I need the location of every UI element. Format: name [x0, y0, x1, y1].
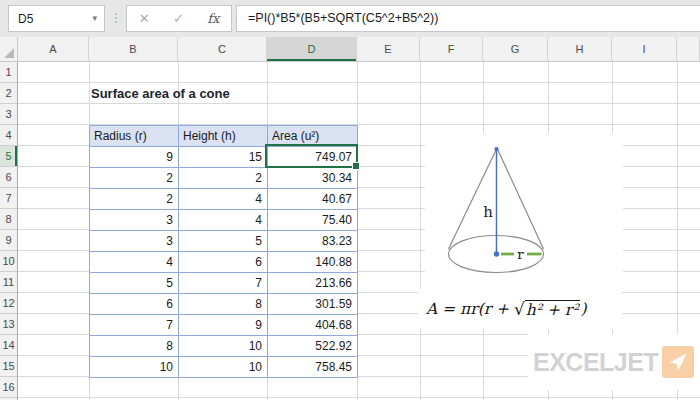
- formula-radicand: h² + r²: [525, 300, 581, 319]
- cell-b8[interactable]: 3: [90, 210, 179, 231]
- cell-d14[interactable]: 522.92: [268, 336, 358, 357]
- row-header-4[interactable]: 4: [0, 125, 17, 146]
- column-header-f[interactable]: F: [420, 37, 483, 61]
- cell-c12[interactable]: 8: [179, 294, 268, 315]
- row-header-15[interactable]: 15: [0, 356, 17, 377]
- cell-b7[interactable]: 2: [90, 189, 179, 210]
- cell-c7[interactable]: 4: [179, 189, 268, 210]
- cell-c5[interactable]: 15: [179, 147, 268, 168]
- row-headers: 1 2 3 4 5 6 7 8 9 10 11 12 13 14 15 16 1…: [0, 62, 18, 400]
- row-header-11[interactable]: 11: [0, 272, 17, 293]
- cell-d12[interactable]: 301.59: [268, 294, 358, 315]
- cell-c8[interactable]: 4: [179, 210, 268, 231]
- cell-c10[interactable]: 6: [179, 252, 268, 273]
- formula-button-panel: ✕ ✓ fx: [126, 5, 232, 32]
- radical-sign: √: [514, 299, 525, 319]
- row-header-10[interactable]: 10: [0, 251, 17, 272]
- formula-image[interactable]: A = πr(r + √h² + r²): [418, 289, 622, 329]
- cell-d5-selected[interactable]: 749.07: [268, 147, 358, 168]
- row-header-12[interactable]: 12: [0, 293, 17, 314]
- row-header-5[interactable]: 5: [0, 146, 17, 167]
- cell-c15[interactable]: 10: [179, 357, 268, 378]
- cell-d8[interactable]: 75.40: [268, 210, 358, 231]
- column-header-h[interactable]: H: [548, 37, 612, 61]
- row-header-7[interactable]: 7: [0, 188, 17, 209]
- radius-label: r: [517, 246, 524, 262]
- table-row: 2 4 40.67: [90, 189, 358, 210]
- row-header-1[interactable]: 1: [0, 62, 17, 83]
- cell-b5[interactable]: 9: [90, 147, 179, 168]
- column-header-d[interactable]: D: [267, 37, 357, 61]
- cell-d11[interactable]: 213.66: [268, 273, 358, 294]
- column-headers: A B C D E F G H I: [0, 37, 700, 62]
- column-header-a[interactable]: A: [18, 37, 89, 61]
- cancel-icon[interactable]: ✕: [139, 11, 150, 26]
- table-row: 2 2 30.34: [90, 168, 358, 189]
- cell-d13[interactable]: 404.68: [268, 315, 358, 336]
- row-header-14[interactable]: 14: [0, 335, 17, 356]
- row-header-3[interactable]: 3: [0, 104, 17, 125]
- cell-b14[interactable]: 8: [90, 336, 179, 357]
- table-row: 3 4 75.40: [90, 210, 358, 231]
- exceljet-logo-square: [662, 346, 694, 378]
- cell-b10[interactable]: 4: [90, 252, 179, 273]
- table-row: 10 10 758.45: [90, 357, 358, 378]
- cell-d15[interactable]: 758.45: [268, 357, 358, 378]
- cone-left-slant: [449, 148, 498, 249]
- cell-d7[interactable]: 40.67: [268, 189, 358, 210]
- column-header-c[interactable]: C: [178, 37, 267, 61]
- select-all-triangle-icon: [4, 48, 14, 58]
- header-cell-area[interactable]: Area (u²): [268, 126, 358, 147]
- insert-function-icon[interactable]: fx: [207, 11, 219, 26]
- table-row: 4 6 140.88: [90, 252, 358, 273]
- excel-window: D5 ▾ ⋮ ✕ ✓ fx =PI()*B5*(B5+SQRT(C5^2+B5^…: [0, 0, 700, 400]
- cell-c11[interactable]: 7: [179, 273, 268, 294]
- column-header-b[interactable]: B: [89, 37, 178, 61]
- table-row: 5 7 213.66: [90, 273, 358, 294]
- column-header-partial[interactable]: [677, 37, 700, 61]
- sheet-title: Surface area of a cone: [91, 83, 230, 104]
- cone-image[interactable]: h r: [425, 133, 623, 291]
- table-row: 9 15 749.07: [90, 147, 358, 168]
- select-all-button[interactable]: [0, 37, 18, 61]
- cell-c14[interactable]: 10: [179, 336, 268, 357]
- cell-b13[interactable]: 7: [90, 315, 179, 336]
- table-row: 6 8 301.59: [90, 294, 358, 315]
- cone-drawing: h r: [425, 133, 623, 291]
- exceljet-logo[interactable]: EXCELJET: [528, 334, 700, 390]
- formula-suffix: ): [580, 300, 586, 318]
- cell-c9[interactable]: 5: [179, 231, 268, 252]
- column-header-e[interactable]: E: [357, 37, 420, 61]
- cell-b6[interactable]: 2: [90, 168, 179, 189]
- formula-bar-input[interactable]: =PI()*B5*(B5+SQRT(C5^2+B5^2)): [236, 5, 700, 32]
- row-header-13[interactable]: 13: [0, 314, 17, 335]
- column-header-i[interactable]: I: [612, 37, 677, 61]
- cell-d10[interactable]: 140.88: [268, 252, 358, 273]
- enter-icon[interactable]: ✓: [173, 11, 184, 26]
- row-header-16[interactable]: 16: [0, 377, 17, 398]
- column-header-g[interactable]: G: [483, 37, 548, 61]
- row-header-8[interactable]: 8: [0, 209, 17, 230]
- grip-dots-icon: ⋮: [110, 5, 122, 32]
- paper-plane-icon: [667, 351, 689, 373]
- cell-b11[interactable]: 5: [90, 273, 179, 294]
- chevron-down-icon[interactable]: ▾: [92, 6, 104, 31]
- row-header-9[interactable]: 9: [0, 230, 17, 251]
- cell-c6[interactable]: 2: [179, 168, 268, 189]
- header-cell-radius[interactable]: Radius (r): [90, 126, 179, 147]
- exceljet-logo-text: EXCELJET: [533, 348, 658, 377]
- header-cell-height[interactable]: Height (h): [179, 126, 268, 147]
- cell-b12[interactable]: 6: [90, 294, 179, 315]
- cell-c13[interactable]: 9: [179, 315, 268, 336]
- data-table: Radius (r) Height (h) Area (u²) 9 15 749…: [89, 125, 358, 378]
- height-label: h: [483, 203, 493, 221]
- cell-d9[interactable]: 83.23: [268, 231, 358, 252]
- name-box[interactable]: D5 ▾: [8, 5, 105, 32]
- center-dot: [494, 251, 499, 256]
- cell-b9[interactable]: 3: [90, 231, 179, 252]
- cell-d6[interactable]: 30.34: [268, 168, 358, 189]
- row-header-2[interactable]: 2: [0, 83, 17, 104]
- table-row: 3 5 83.23: [90, 231, 358, 252]
- row-header-6[interactable]: 6: [0, 167, 17, 188]
- cell-b15[interactable]: 10: [90, 357, 179, 378]
